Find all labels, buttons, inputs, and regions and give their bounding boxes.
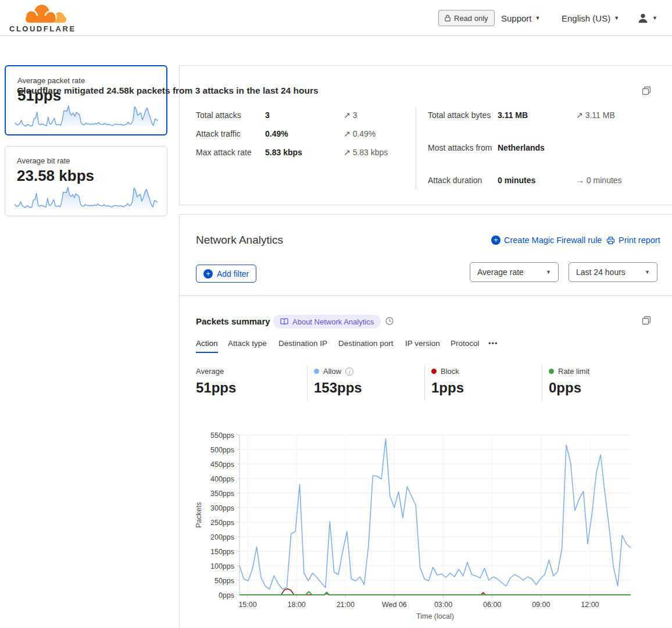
chevron-down-icon: ▼ — [535, 15, 541, 21]
svg-text:200pps: 200pps — [210, 533, 234, 541]
lock-icon — [445, 15, 451, 22]
account-menu[interactable]: ▼ — [637, 0, 657, 36]
stat-value: 3.11 MB — [498, 108, 528, 122]
stat-delta: → 0 minutes — [576, 173, 622, 187]
svg-text:350pps: 350pps — [210, 490, 234, 498]
chevron-down-icon: ▼ — [652, 15, 657, 21]
card-value: 23.58 kbps — [17, 167, 94, 185]
plus-circle-icon: + — [491, 236, 501, 245]
packet-rate-sparkline — [14, 103, 159, 129]
add-filter-button[interactable]: + Add filter — [196, 265, 256, 283]
tab-ip-version[interactable]: IP version — [405, 339, 440, 352]
svg-text:21:00: 21:00 — [337, 601, 355, 609]
cloudflare-cloud-icon — [9, 3, 74, 24]
copy-icon[interactable] — [642, 316, 651, 325]
language-label: English (US) — [562, 13, 610, 23]
tab-action[interactable]: Action — [196, 339, 218, 353]
vertical-divider — [307, 365, 308, 401]
tab-attack-type[interactable]: Attack type — [228, 339, 267, 352]
svg-text:18:00: 18:00 — [288, 601, 306, 609]
support-label: Support — [501, 13, 532, 23]
svg-text:500pps: 500pps — [210, 446, 234, 454]
packets-summary-title: Packets summary — [196, 316, 270, 326]
language-menu[interactable]: English (US) ▼ — [562, 0, 619, 36]
svg-text:150pps: 150pps — [210, 548, 234, 556]
plus-circle-icon: + — [203, 269, 213, 279]
bit-rate-sparkline — [13, 184, 159, 210]
stat-label: Attack duration — [428, 173, 503, 187]
about-network-analytics-badge[interactable]: About Network Analytics — [273, 315, 381, 329]
svg-text:450pps: 450pps — [210, 461, 234, 469]
trend-up-icon: ↗ — [344, 129, 351, 138]
svg-text:550pps: 550pps — [210, 431, 234, 440]
tab-destination-ip[interactable]: Destination IP — [278, 339, 327, 352]
svg-text:250pps: 250pps — [210, 519, 234, 527]
summary-stat-label: Block — [431, 367, 459, 376]
horizontal-divider — [179, 295, 672, 296]
svg-text:300pps: 300pps — [210, 504, 234, 512]
allow-dot-icon — [314, 369, 319, 374]
summary-stat-label: Allow i — [314, 367, 353, 376]
top-header: CLOUDFLARE Read only Support ▼ English (… — [0, 0, 672, 36]
stat-label: Max attack rate — [196, 145, 271, 159]
clock-icon[interactable] — [385, 316, 394, 326]
card-title: Average bit rate — [17, 156, 70, 165]
book-icon — [280, 318, 288, 325]
attack-summary-title: Cloudflare mitigated 24.58k packets from… — [17, 85, 435, 96]
stat-delta: ↗ 0.49% — [344, 127, 376, 141]
vertical-divider — [542, 365, 542, 401]
printer-icon — [606, 236, 615, 245]
stat-label: Total attacks — [196, 108, 261, 122]
tab-destination-port[interactable]: Destination port — [338, 339, 394, 352]
copy-icon[interactable] — [642, 86, 651, 95]
summary-stat-label: Rate limit — [549, 367, 589, 376]
cloudflare-logo[interactable]: CLOUDFLARE — [9, 3, 74, 34]
stat-value: 5.83 kbps — [265, 145, 302, 159]
support-menu[interactable]: Support ▼ — [501, 0, 540, 36]
summary-stat-label: Average — [196, 367, 224, 376]
summary-stat-value: 0pps — [549, 380, 581, 396]
svg-text:Wed 06: Wed 06 — [382, 601, 407, 609]
svg-text:Time (local): Time (local) — [416, 612, 454, 620]
summary-stat-value: 51pps — [196, 380, 236, 396]
summary-stat-value: 1pps — [431, 380, 464, 396]
svg-text:03:00: 03:00 — [434, 601, 452, 609]
svg-text:400pps: 400pps — [210, 475, 234, 483]
tab-protocol[interactable]: Protocol — [451, 339, 480, 352]
stat-delta: ↗ 3.11 MB — [576, 108, 615, 122]
more-tabs-button[interactable]: ••• — [488, 339, 498, 348]
info-icon[interactable]: i — [345, 367, 353, 376]
stat-value: 3 — [265, 108, 270, 122]
stat-label: Most attacks from — [428, 141, 493, 155]
stat-label: Total attack bytes — [428, 108, 493, 122]
svg-text:Packets: Packets — [195, 502, 203, 527]
card-average-packet-rate[interactable]: Average packet rate 51pps — [5, 65, 167, 135]
stat-value: Netherlands — [498, 141, 545, 155]
stat-label: Attack traffic — [196, 127, 261, 141]
trend-up-icon: ↗ — [344, 148, 351, 157]
card-title: Average packet rate — [17, 76, 85, 85]
block-dot-icon — [431, 369, 437, 374]
read-only-label: Read only — [454, 14, 488, 23]
svg-text:0pps: 0pps — [219, 591, 234, 600]
trend-up-icon: ↗ — [344, 110, 351, 120]
packets-time-series-chart[interactable]: 0pps50pps100pps150pps200pps250pps300pps3… — [192, 428, 634, 623]
metric-dropdown[interactable]: Average rate ▼ — [470, 262, 559, 282]
svg-text:12:00: 12:00 — [581, 601, 599, 609]
rate-limit-dot-icon — [549, 369, 554, 374]
network-analytics-title: Network Analytics — [196, 234, 283, 247]
create-magic-firewall-rule-link[interactable]: + Create Magic Firewall rule — [491, 236, 602, 245]
card-average-bit-rate[interactable]: Average bit rate 23.58 kbps — [5, 146, 167, 216]
print-report-link[interactable]: Print report — [606, 236, 660, 245]
svg-text:50pps: 50pps — [215, 577, 234, 585]
svg-text:09:00: 09:00 — [532, 601, 550, 609]
time-range-dropdown[interactable]: Last 24 hours ▼ — [569, 262, 657, 282]
trend-up-icon: ↗ — [576, 110, 583, 120]
read-only-badge[interactable]: Read only — [438, 10, 495, 26]
vertical-divider — [416, 107, 416, 190]
stat-delta: ↗ 5.83 kbps — [344, 145, 388, 159]
svg-text:15:00: 15:00 — [238, 601, 256, 609]
arrow-right-icon: → — [576, 176, 584, 185]
vertical-divider — [424, 365, 425, 401]
user-icon — [637, 12, 649, 24]
